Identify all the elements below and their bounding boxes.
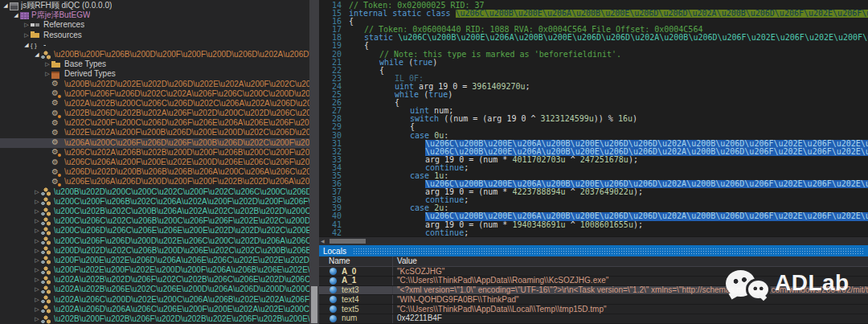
code-line[interactable]: 19{ — [319, 42, 868, 50]
collapsed-arrow-icon[interactable]: ▷ — [33, 295, 41, 305]
collapsed-arrow-icon[interactable]: ▷ — [33, 197, 41, 207]
expanded-arrow-icon[interactable]: ◢ — [12, 10, 20, 20]
code-line[interactable]: 22{ — [319, 67, 868, 75]
tree-item[interactable]: ▷Derived Types — [0, 69, 309, 79]
tree-item[interactable]: ▷\u200D\u202D\u202C\u206B\u200D\u206E\u2… — [0, 246, 309, 256]
code-line[interactable]: 21while (true) — [319, 59, 868, 67]
tree-item[interactable]: ▷\u200C\u200F\u206B\u202C\u206A\u202A\u2… — [0, 197, 309, 207]
code-line[interactable]: 39case 2u: — [319, 204, 868, 212]
variable-name: A_0 — [342, 267, 356, 276]
code-line[interactable]: 36\u206C\u200B\u200E\u206A\u200B\u200E\u… — [319, 180, 868, 188]
line-number: 32 — [319, 148, 349, 156]
line-number: 29 — [319, 123, 349, 131]
code-line[interactable]: 42continue; — [319, 229, 868, 236]
code-line[interactable]: 14// Token: 0x02000025 RID: 37 — [319, 2, 868, 10]
expanded-arrow-icon[interactable]: ◢ — [23, 40, 31, 50]
code-line-text: { — [349, 42, 868, 50]
locals-panel-titlebar[interactable]: Locals — [319, 245, 868, 256]
code-line[interactable]: 35case 1u: — [319, 172, 868, 180]
tree-item[interactable]: ▷Resources — [0, 31, 309, 40]
tree-item[interactable]: ▷References — [0, 20, 309, 30]
tree-item[interactable]: ▷\u202A\u206C\u200D\u202E\u200C\u206A\u2… — [0, 295, 309, 305]
scroll-left-arrow-icon[interactable]: ◀ — [321, 238, 325, 244]
code-line[interactable]: 25while (true) — [319, 91, 868, 99]
code-line[interactable]: 15internal static class \u206C\u200B\u20… — [319, 10, 868, 18]
collapsed-arrow-icon[interactable]: ▷ — [33, 246, 41, 256]
code-line[interactable]: 40\u206C\u200B\u200E\u206A\u200B\u200E\u… — [319, 212, 868, 220]
collapsed-arrow-icon[interactable]: ▷ — [33, 216, 41, 226]
tree-item[interactable]: ▷\u202A\u202B\u206E\u202C\u206E\u200D\u2… — [0, 285, 309, 294]
code-line[interactable]: 26{ — [319, 99, 868, 107]
tree-item[interactable]: ◢js顾RFH顾 diQC (0.0.0.0) — [0, 1, 309, 10]
code-editor[interactable]: 14// Token: 0x02000025 RID: 3715internal… — [319, 0, 868, 236]
tree-item[interactable]: ▷\u200F\u202E\u200F\u202E\u200D\u200F\u2… — [0, 265, 309, 275]
collapsed-arrow-icon[interactable]: ▷ — [33, 207, 41, 216]
tree-item[interactable]: ▷Base Types — [0, 59, 309, 69]
tree-item[interactable]: ▷\u200F\u200E\u202E\u206D\u206A\u206E\u2… — [0, 256, 309, 265]
tree-item[interactable]: ▷\u200C\u206C\u202C\u206B\u200C\u206F\u2… — [0, 216, 309, 226]
locals-row[interactable]: num0x42211B4F — [319, 314, 868, 324]
tree-item[interactable]: ◢- — [0, 40, 309, 50]
code-line[interactable]: 37arg_19_0 = (num * 4223788894u ^ 203764… — [319, 188, 868, 196]
tree-item[interactable]: \u206E\u206A\u206D\u200D\u200F\u200F\u20… — [0, 177, 309, 187]
tree-item[interactable]: \u206D\u202D\u200B\u206B\u206B\u206A\u20… — [0, 167, 309, 177]
code-line[interactable]: 20// Note: this type is marked as 'befor… — [319, 51, 868, 59]
code-line[interactable]: 27uint num; — [319, 107, 868, 115]
collapsed-arrow-icon[interactable]: ▷ — [33, 275, 41, 285]
collapsed-arrow-icon[interactable]: ▷ — [43, 59, 51, 69]
expanded-arrow-icon[interactable]: ◢ — [2, 1, 10, 10]
code-line[interactable]: 17// Token: 0x06000440 RID: 1088 RVA: 0x… — [319, 26, 868, 34]
locals-row[interactable]: text5"C:\\Users\\ThinkPad\\AppData\\Loca… — [319, 305, 868, 314]
tree-item[interactable]: \u202E\u202A\u200F\u200B\u206D\u200E\u20… — [0, 128, 309, 137]
code-horizontal-scrollbar[interactable]: ◀ — [319, 236, 868, 245]
expanded-arrow-icon[interactable]: ◢ — [33, 50, 41, 59]
tree-item-label: \u202A\u206C\u200D\u202E\u200C\u206A\u20… — [54, 295, 309, 305]
code-line[interactable]: 34continue; — [319, 164, 868, 172]
tree-item[interactable]: \u202C\u200F\u200C\u206D\u206F\u206E\u20… — [0, 118, 309, 128]
code-line[interactable]: 41arg_19_0 = (num * 1940348691u ^ 100860… — [319, 221, 868, 229]
collapsed-arrow-icon[interactable]: ▷ — [33, 236, 41, 246]
code-line[interactable]: 18static \u206C\u200B\u200E\u206A\u200B\… — [319, 34, 868, 42]
tree-item[interactable]: ▷\u200C\u206F\u206D\u200D\u202E\u206C\u2… — [0, 236, 309, 246]
collapsed-arrow-icon[interactable]: ▷ — [33, 265, 41, 275]
collapsed-arrow-icon[interactable]: ▷ — [33, 305, 41, 314]
tree-item[interactable]: \u206C\u206A\u200F\u200E\u202E\u200D\u20… — [0, 158, 309, 167]
code-line[interactable]: 30case 0u: — [319, 132, 868, 140]
code-line[interactable]: 31\u206C\u200B\u200E\u206A\u200B\u200E\u… — [319, 140, 868, 148]
code-line[interactable]: 16{ — [319, 18, 868, 26]
tree-item[interactable]: \u200F\u206F\u206D\u202C\u202A\u206F\u20… — [0, 89, 309, 99]
code-line[interactable]: 28switch ((num = (arg_19_0 ^ 3123124599u… — [319, 115, 868, 123]
collapsed-arrow-icon[interactable]: ▷ — [23, 31, 31, 40]
tree-item[interactable]: ◢\u200B\u200F\u206B\u200D\u200F\u200F\u2… — [0, 50, 309, 59]
tree-item[interactable]: ▷\u200C\u206D\u206C\u206E\u206E\u200E\u2… — [0, 226, 309, 236]
collapsed-arrow-icon[interactable]: ▷ — [33, 285, 41, 294]
tree-item[interactable]: ▷\u202A\u206D\u206A\u206C\u206E\u200F\u2… — [0, 305, 309, 314]
code-line[interactable]: 24uint arg_19_0 = 3961409270u; — [319, 83, 868, 91]
tree-item[interactable]: ▷\u202B\u200F\u202B\u206F\u202D\u202B\u2… — [0, 314, 309, 324]
tree-item[interactable]: \u206A\u200C\u206F\u206D\u206F\u200B\u20… — [0, 138, 309, 148]
tree-item[interactable]: ▷\u200B\u202D\u200C\u200C\u202C\u200F\u2… — [0, 187, 309, 197]
tree-scrollbar-thumb[interactable] — [311, 286, 317, 323]
code-scrollbar-thumb[interactable] — [330, 239, 366, 244]
tree-item[interactable]: \u202B\u206D\u202B\u202A\u206F\u202D\u20… — [0, 109, 309, 118]
collapsed-arrow-icon[interactable]: ▷ — [33, 226, 41, 236]
tree-item[interactable]: ◢P席je泽ButEGW — [0, 10, 309, 20]
code-line[interactable]: 33arg_19_0 = (num * 4011702703u ^ 247251… — [319, 156, 868, 164]
locals-name-column-header[interactable]: Name — [319, 256, 393, 266]
tree-vertical-scrollbar[interactable] — [309, 0, 319, 324]
collapsed-arrow-icon[interactable]: ▷ — [33, 256, 41, 265]
collapsed-arrow-icon[interactable]: ▷ — [23, 20, 31, 30]
tree-item[interactable]: \u206C\u202A\u206B\u202B\u200D\u200F\u20… — [0, 148, 309, 158]
tree-item[interactable]: \u200B\u202D\u202E\u202D\u206D\u202E\u20… — [0, 80, 309, 89]
tree-item[interactable]: \u202A\u202B\u200C\u206C\u206D\u202C\u20… — [0, 99, 309, 109]
collapsed-arrow-icon[interactable]: ▷ — [33, 314, 41, 324]
code-line[interactable]: 32\u206C\u200B\u200E\u206A\u200B\u200E\u… — [319, 148, 868, 156]
code-line[interactable]: 23IL_0F: — [319, 75, 868, 83]
tree-item[interactable]: ▷\u200C\u202B\u202C\u200B\u206A\u202A\u2… — [0, 207, 309, 216]
collapsed-arrow-icon[interactable]: ▷ — [43, 69, 51, 79]
code-line[interactable]: 29{ — [319, 123, 868, 131]
assembly-tree[interactable]: ◢js顾RFH顾 diQC (0.0.0.0)◢P席je泽ButEGW▷Refe… — [0, 0, 309, 324]
collapsed-arrow-icon[interactable]: ▷ — [33, 187, 41, 197]
code-line[interactable]: 38continue; — [319, 196, 868, 204]
tree-item[interactable]: ▷\u202A\u202B\u202D\u206F\u202C\u202B\u2… — [0, 275, 309, 285]
